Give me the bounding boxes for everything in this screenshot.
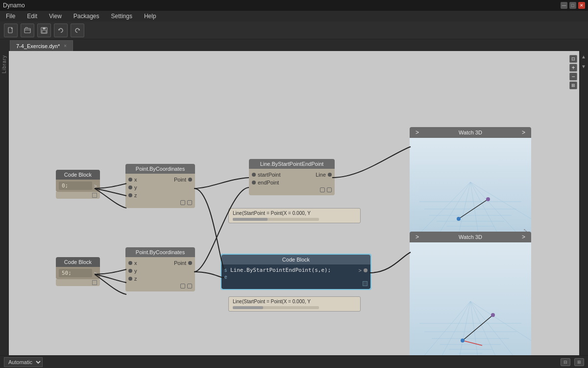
tab-bar: 7-4_Exercise.dyn* × — [0, 39, 588, 51]
watch3d-1-port-left: > — [416, 129, 419, 136]
code-block-1-value[interactable]: 0; — [59, 182, 92, 190]
maximize-button[interactable]: □ — [569, 2, 576, 9]
port-y-in — [128, 185, 132, 189]
zoom-out-button[interactable]: − — [569, 73, 577, 80]
port-point-out-2 — [188, 261, 192, 265]
freeze-toggle-2[interactable] — [187, 284, 192, 289]
code-block-3-out-port — [364, 268, 368, 272]
point-bycoords-2-node[interactable]: Point.ByCoordinates x Point y z — [125, 247, 195, 291]
save-button[interactable] — [37, 24, 51, 37]
zoom-in-button[interactable]: + — [569, 64, 577, 72]
undo-button[interactable] — [54, 24, 68, 37]
port-line-out — [328, 173, 332, 177]
svg-text:⤡: ⤡ — [523, 355, 527, 355]
point-bycoords-1-body: x Point y z — [125, 174, 195, 208]
menu-edit[interactable]: Edit — [25, 12, 39, 21]
right-panel: ▲ ▼ — [579, 51, 588, 355]
toolbar — [0, 22, 588, 39]
code-block-2-node[interactable]: Code Block 50; > — [56, 257, 100, 286]
tooltip-1-text: Line(StartPoint = Point(X = 0.000, Y — [233, 210, 311, 216]
minimize-button[interactable]: — — [561, 2, 567, 9]
point-bycoords-1-footer — [125, 199, 195, 206]
titlebar-left: Dynamo — [3, 2, 25, 9]
preview-toggle-2[interactable] — [180, 284, 185, 289]
titlebar-controls: — □ ✕ — [561, 2, 585, 9]
conn-pt1-cb3-s — [194, 188, 224, 269]
new-button[interactable] — [4, 24, 18, 37]
tooltip-2-text: Line(StartPoint = Point(X = 0.000, Y — [233, 299, 311, 304]
menu-help[interactable]: Help — [142, 12, 158, 21]
network-icon[interactable]: ⊞ — [574, 358, 584, 366]
run-mode-container: Automatic Manual — [4, 357, 43, 367]
run-mode-select[interactable]: Automatic Manual — [4, 357, 43, 367]
menu-file[interactable]: File — [4, 12, 17, 21]
point-bycoords-1-row-x: x Point — [125, 176, 195, 184]
canvas[interactable]: Code Block 0; > Code Block 50; > Point.B… — [9, 51, 579, 355]
menu-packages[interactable]: Packages — [72, 12, 101, 21]
orient-button[interactable]: ⊞ — [569, 81, 577, 89]
freeze-toggle-1[interactable] — [187, 200, 192, 205]
main-area: Library Co — [0, 51, 588, 355]
open-button[interactable] — [21, 24, 34, 37]
watch3d-2-title: Watch 3D — [459, 234, 482, 240]
code-block-3-row-s: s Line.ByStartPointEndPoint(s,e); > — [224, 266, 368, 274]
svg-rect-1 — [24, 28, 30, 33]
code-block-3-row-e: e — [224, 274, 368, 280]
right-panel-btn-1[interactable]: ▲ — [580, 53, 587, 60]
point-bycoords-1-row-z: z — [125, 191, 195, 199]
conn-cb3-watch2 — [369, 252, 411, 273]
svg-rect-4 — [42, 30, 46, 33]
code-block-1-node[interactable]: Code Block 0; > — [56, 170, 100, 199]
line-bystartend-node[interactable]: Line.ByStartPointEndPoint startPoint Lin… — [249, 159, 335, 195]
menu-view[interactable]: View — [47, 12, 64, 21]
point-bycoords-2-body: x Point y z — [125, 257, 195, 291]
line-bystartend-row-start: startPoint Line — [249, 171, 335, 179]
watch3d-1-node[interactable]: > Watch 3D > — [410, 127, 531, 234]
watch3d-1-title: Watch 3D — [459, 130, 482, 135]
fit-view-button[interactable]: ⊡ — [569, 55, 577, 63]
port-e-label: e — [224, 274, 230, 280]
tab-close-button[interactable]: × — [64, 43, 67, 49]
library-sidebar[interactable]: Library — [0, 51, 9, 355]
redo-button[interactable] — [71, 24, 84, 37]
code-block-2-checkbox[interactable] — [92, 280, 97, 285]
watch3d-1-port-right: > — [522, 129, 525, 136]
close-button[interactable]: ✕ — [578, 2, 585, 9]
code-block-3-arrow: > — [359, 267, 362, 273]
port-z-in-2 — [128, 277, 132, 281]
code-block-3-body: s Line.ByStartPointEndPoint(s,e); > e — [221, 264, 370, 289]
svg-rect-5 — [410, 138, 531, 234]
point-bycoords-2-header: Point.ByCoordinates — [125, 247, 195, 257]
line-bystartend-footer — [249, 186, 335, 193]
status-bar: Automatic Manual ⊟ ⊞ — [0, 355, 588, 368]
point-bycoords-2-row-x: x Point — [125, 259, 195, 267]
layers-icon[interactable]: ⊟ — [561, 358, 570, 366]
svg-point-38 — [461, 339, 465, 342]
svg-point-39 — [491, 313, 495, 317]
freeze-toggle-line[interactable] — [327, 187, 332, 192]
watch3d-2-node[interactable]: > Watch 3D > — [410, 232, 531, 355]
code-block-3-header: Code Block — [221, 255, 370, 264]
library-label[interactable]: Library — [1, 55, 7, 74]
point-bycoords-1-node[interactable]: Point.ByCoordinates x Point y z — [125, 164, 195, 208]
tab-exercise[interactable]: 7-4_Exercise.dyn* × — [10, 40, 73, 51]
port-point-out — [188, 178, 192, 182]
code-block-2-body: 50; > — [56, 267, 100, 279]
code-block-2-value[interactable]: 50; — [59, 269, 92, 277]
port-s-label: s — [224, 267, 230, 273]
watch3d-2-port-left: > — [416, 234, 419, 240]
watch3d-1-canvas: ⤡ — [410, 138, 531, 234]
code-block-2-arrow: > — [94, 270, 97, 276]
port-y-in-2 — [128, 269, 132, 273]
preview-toggle-1[interactable] — [180, 200, 185, 205]
code-block-3-checkbox[interactable] — [363, 281, 368, 286]
code-block-2-header: Code Block — [56, 257, 100, 267]
preview-toggle-line[interactable] — [320, 187, 325, 192]
right-panel-btn-2[interactable]: ▼ — [580, 63, 587, 70]
watch3d-2-port-right: > — [522, 234, 525, 240]
code-block-3-code[interactable]: Line.ByStartPointEndPoint(s,e); — [230, 267, 357, 273]
menu-settings[interactable]: Settings — [109, 12, 134, 21]
code-block-1-checkbox[interactable] — [92, 193, 97, 198]
code-block-3-node[interactable]: Code Block s Line.ByStartPointEndPoint(s… — [220, 254, 371, 290]
line-bystartend-header: Line.ByStartPointEndPoint — [249, 159, 335, 169]
